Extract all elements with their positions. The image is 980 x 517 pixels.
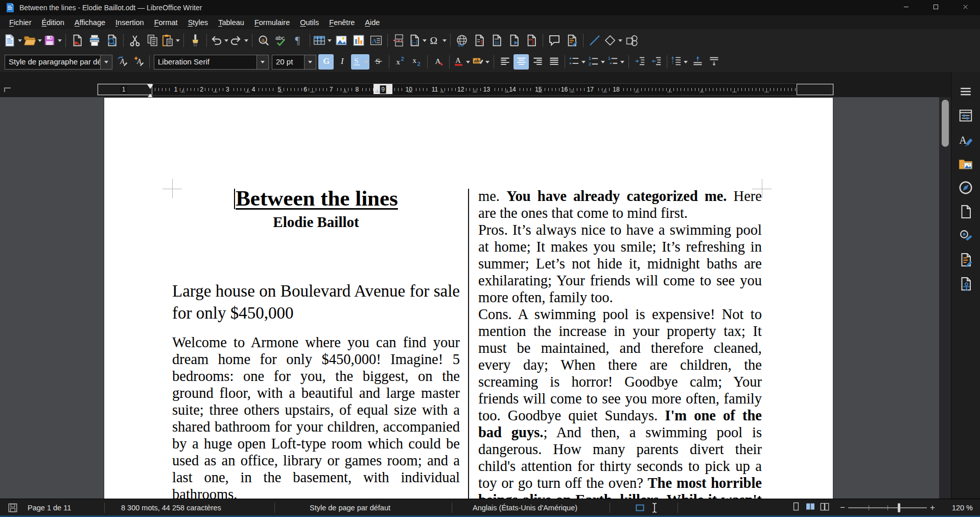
page-style-status[interactable]: Style de page par défaut xyxy=(310,504,452,512)
insert-special-character-button[interactable]: Ω xyxy=(428,31,448,50)
cut-button[interactable] xyxy=(126,31,144,50)
font-size-select-value[interactable]: 20 pt xyxy=(272,55,304,69)
clone-formatting-button[interactable] xyxy=(186,31,204,50)
insert-chart-button[interactable] xyxy=(350,31,367,50)
update-style-button[interactable]: A xyxy=(114,54,130,70)
language-status[interactable]: Anglais (États-Unis d'Amérique) xyxy=(473,504,610,512)
clear-formatting-button[interactable]: A xyxy=(431,54,446,70)
right-column[interactable]: me. You have already categorized me. Her… xyxy=(478,188,762,499)
formatting-marks-button[interactable]: ¶ xyxy=(290,31,307,50)
menu-edition[interactable]: Édition xyxy=(37,17,69,28)
dropdown-arrow-icon[interactable] xyxy=(18,39,22,44)
zoom-in-button[interactable]: + xyxy=(929,503,936,513)
insert-footnote-button[interactable]: 1 xyxy=(471,31,488,50)
left-column[interactable]: Between the lines Elodie Baillot Large h… xyxy=(172,186,460,499)
underline-button[interactable]: S xyxy=(351,54,369,70)
outline-list-button[interactable]: 1 xyxy=(607,54,625,70)
horizontal-ruler[interactable]: 1 123456789101112131415161718 xyxy=(97,83,834,96)
zoom-out-button[interactable]: − xyxy=(839,503,846,513)
dropdown-arrow-icon[interactable] xyxy=(58,39,62,44)
menu-fichier[interactable]: Fichier xyxy=(4,17,37,28)
print-button[interactable] xyxy=(86,31,103,50)
chevron-down-icon[interactable] xyxy=(304,55,316,69)
print-preview-button[interactable] xyxy=(103,31,121,50)
font-name-select-value[interactable]: Liberation Serif xyxy=(154,55,256,69)
dropdown-arrow-icon[interactable] xyxy=(176,39,180,44)
chevron-down-icon[interactable] xyxy=(100,55,112,69)
sidebar-accessibility-check-button[interactable] xyxy=(956,276,975,294)
font-name-select[interactable]: Liberation Serif xyxy=(154,55,269,70)
sidebar-page-button[interactable] xyxy=(956,204,975,222)
indent-marker[interactable] xyxy=(147,84,153,92)
ruler-right-margin[interactable] xyxy=(797,84,833,95)
insert-field-button[interactable]: [–] xyxy=(408,31,428,50)
insert-image-button[interactable] xyxy=(333,31,350,50)
dropdown-arrow-icon[interactable] xyxy=(466,61,470,65)
page-number-status[interactable]: Page 1 de 11 xyxy=(28,504,104,512)
dropdown-arrow-icon[interactable] xyxy=(364,61,368,65)
dropdown-arrow-icon[interactable] xyxy=(601,61,605,65)
font-size-select[interactable]: 20 pt xyxy=(272,55,316,70)
decrease-indent-button[interactable] xyxy=(648,54,664,70)
font-color-button[interactable]: A xyxy=(453,54,471,70)
decrease-paragraph-spacing-button[interactable] xyxy=(706,54,721,70)
sidebar-styles-button[interactable]: A xyxy=(956,131,975,150)
maximize-button[interactable] xyxy=(921,0,950,15)
undo-button[interactable] xyxy=(209,31,229,50)
highlight-color-button[interactable]: ab xyxy=(472,54,491,70)
menu-styles[interactable]: Styles xyxy=(183,17,214,28)
dropdown-arrow-icon[interactable] xyxy=(328,39,332,44)
menu-affichage[interactable]: Affichage xyxy=(69,17,110,28)
word-count-status[interactable]: 8 300 mots, 44 258 caractères xyxy=(121,504,274,512)
line-spacing-button[interactable] xyxy=(670,54,689,70)
new-style-button[interactable]: A xyxy=(131,54,146,70)
track-changes-button[interactable] xyxy=(563,31,580,50)
bullet-list-button[interactable] xyxy=(568,54,587,70)
menu-tableau[interactable]: Tableau xyxy=(213,17,249,28)
menu-insertion[interactable]: Insertion xyxy=(110,17,149,28)
save-button[interactable] xyxy=(43,31,63,50)
multi-page-view-button[interactable] xyxy=(803,501,818,514)
insert-text-box-button[interactable]: A xyxy=(367,31,385,50)
zoom-level-status[interactable]: 120 % xyxy=(941,504,973,512)
dropdown-arrow-icon[interactable] xyxy=(38,39,42,44)
align-right-button[interactable] xyxy=(530,54,545,70)
paste-button[interactable] xyxy=(161,31,181,50)
close-button[interactable] xyxy=(950,0,980,15)
minimize-button[interactable] xyxy=(891,0,921,15)
insert-endnote-button[interactable]: [i] xyxy=(488,31,505,50)
dropdown-arrow-icon[interactable] xyxy=(620,61,624,65)
selection-mode-icon[interactable] xyxy=(635,502,646,513)
vertical-scrollbar[interactable] xyxy=(939,97,951,499)
dropdown-arrow-icon[interactable] xyxy=(224,39,228,44)
find-replace-button[interactable]: a xyxy=(255,31,272,50)
align-left-button[interactable] xyxy=(497,54,512,70)
increase-indent-button[interactable] xyxy=(632,54,647,70)
export-pdf-button[interactable] xyxy=(68,31,86,50)
redo-button[interactable] xyxy=(229,31,249,50)
sidebar-properties-button[interactable] xyxy=(956,107,975,126)
insert-line-button[interactable] xyxy=(586,31,603,50)
insert-comment-button[interactable] xyxy=(546,31,563,50)
numbered-list-button[interactable]: 12 xyxy=(588,54,606,70)
dropdown-arrow-icon[interactable] xyxy=(423,39,427,44)
sidebar-manage-changes-button[interactable] xyxy=(956,252,975,270)
sidebar-style-inspector-button[interactable] xyxy=(956,228,975,246)
show-draw-functions-button[interactable] xyxy=(623,31,641,50)
insert-bookmark-button[interactable] xyxy=(505,31,523,50)
italic-button[interactable]: I xyxy=(335,54,350,70)
justify-button[interactable] xyxy=(546,54,562,70)
copy-button[interactable] xyxy=(144,31,161,50)
menu-outils[interactable]: Outils xyxy=(295,17,324,28)
dropdown-arrow-icon[interactable] xyxy=(244,39,248,44)
dropdown-arrow-icon[interactable] xyxy=(618,39,622,44)
zoom-slider-thumb[interactable] xyxy=(898,503,900,512)
bold-button[interactable]: G xyxy=(318,54,334,70)
new-document-button[interactable] xyxy=(3,31,23,50)
insert-table-button[interactable] xyxy=(313,31,333,50)
chevron-down-icon[interactable] xyxy=(256,55,268,69)
sidebar-gallery-button[interactable] xyxy=(956,155,975,174)
sidebar-settings-button[interactable] xyxy=(956,83,975,102)
book-view-button[interactable] xyxy=(818,501,832,514)
menu-format[interactable]: Format xyxy=(149,17,183,28)
